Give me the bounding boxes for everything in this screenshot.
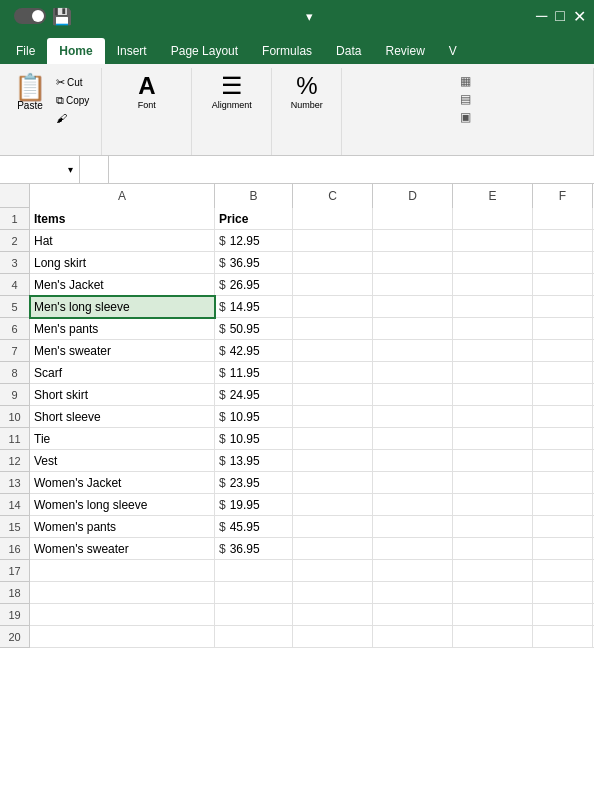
cell-E13[interactable] [453,472,533,494]
cell-F11[interactable] [533,428,593,450]
cell-F12[interactable] [533,450,593,472]
alignment-button[interactable]: ☰ Alignment [208,70,256,112]
row-header-8[interactable]: 8 [0,362,30,384]
cell-A10[interactable]: Short sleeve [30,406,215,428]
tab-view[interactable]: V [437,38,469,64]
cell-B9[interactable]: $24.95 [215,384,293,406]
cell-D7[interactable] [373,340,453,362]
cell-D4[interactable] [373,274,453,296]
row-header-1[interactable]: 1 [0,208,30,230]
cell-C1[interactable] [293,208,373,230]
cell-A13[interactable]: Women's Jacket [30,472,215,494]
cell-E10[interactable] [453,406,533,428]
cell-C3[interactable] [293,252,373,274]
cell-F5[interactable] [533,296,593,318]
cell-A16[interactable]: Women's sweater [30,538,215,560]
col-header-E[interactable]: E [453,184,533,208]
col-header-A[interactable]: A [30,184,215,208]
cell-styles-button[interactable]: ▣ [460,108,475,126]
cell-D1[interactable] [373,208,453,230]
cell-F3[interactable] [533,252,593,274]
save-icon[interactable]: 💾 [52,7,72,26]
cell-C6[interactable] [293,318,373,340]
conditional-formatting-button[interactable]: ▦ [460,72,475,90]
row-header-14[interactable]: 14 [0,494,30,516]
cell-E16[interactable] [453,538,533,560]
row-header-13[interactable]: 13 [0,472,30,494]
cell-B1[interactable]: Price [215,208,293,230]
autosave-toggle[interactable] [14,8,46,24]
cell-B11[interactable]: $10.95 [215,428,293,450]
cell-A6[interactable]: Men's pants [30,318,215,340]
tab-data[interactable]: Data [324,38,373,64]
cell-B15[interactable]: $45.95 [215,516,293,538]
cell-B19[interactable] [215,604,293,626]
cell-A20[interactable] [30,626,215,648]
cell-C7[interactable] [293,340,373,362]
row-header-20[interactable]: 20 [0,626,30,648]
cell-A3[interactable]: Long skirt [30,252,215,274]
cell-C10[interactable] [293,406,373,428]
cell-B8[interactable]: $11.95 [215,362,293,384]
cell-E18[interactable] [453,582,533,604]
col-header-C[interactable]: C [293,184,373,208]
row-header-15[interactable]: 15 [0,516,30,538]
cell-E12[interactable] [453,450,533,472]
cell-F18[interactable] [533,582,593,604]
cell-B20[interactable] [215,626,293,648]
cell-F9[interactable] [533,384,593,406]
col-header-B[interactable]: B [215,184,293,208]
close-icon[interactable]: ✕ [573,7,586,26]
cell-C13[interactable] [293,472,373,494]
cell-D19[interactable] [373,604,453,626]
cell-C17[interactable] [293,560,373,582]
cell-C16[interactable] [293,538,373,560]
cell-F4[interactable] [533,274,593,296]
row-header-18[interactable]: 18 [0,582,30,604]
cell-E14[interactable] [453,494,533,516]
cell-B5[interactable]: $14.95 [215,296,293,318]
cell-E5[interactable] [453,296,533,318]
restore-icon[interactable]: □ [555,7,565,25]
cell-B12[interactable]: $13.95 [215,450,293,472]
cell-B6[interactable]: $50.95 [215,318,293,340]
cell-F20[interactable] [533,626,593,648]
cell-E8[interactable] [453,362,533,384]
cell-D2[interactable] [373,230,453,252]
cell-B7[interactable]: $42.95 [215,340,293,362]
cell-C5[interactable] [293,296,373,318]
cell-C18[interactable] [293,582,373,604]
cell-F13[interactable] [533,472,593,494]
cell-C12[interactable] [293,450,373,472]
cell-A1[interactable]: Items [30,208,215,230]
cell-B3[interactable]: $36.95 [215,252,293,274]
cell-F16[interactable] [533,538,593,560]
cell-C19[interactable] [293,604,373,626]
cell-F15[interactable] [533,516,593,538]
tab-review[interactable]: Review [373,38,436,64]
cell-D20[interactable] [373,626,453,648]
cell-B14[interactable]: $19.95 [215,494,293,516]
cell-E7[interactable] [453,340,533,362]
cell-C8[interactable] [293,362,373,384]
cut-button[interactable]: ✂ Cut [52,74,93,91]
cell-D16[interactable] [373,538,453,560]
cell-C14[interactable] [293,494,373,516]
cell-A12[interactable]: Vest [30,450,215,472]
cell-B4[interactable]: $26.95 [215,274,293,296]
cell-A15[interactable]: Women's pants [30,516,215,538]
cell-D18[interactable] [373,582,453,604]
cell-C2[interactable] [293,230,373,252]
row-header-17[interactable]: 17 [0,560,30,582]
cell-D9[interactable] [373,384,453,406]
font-button[interactable]: A Font [129,70,165,112]
cell-E2[interactable] [453,230,533,252]
col-header-D[interactable]: D [373,184,453,208]
cell-ref-dropdown-icon[interactable]: ▾ [68,164,73,175]
tab-insert[interactable]: Insert [105,38,159,64]
cell-A7[interactable]: Men's sweater [30,340,215,362]
minimize-icon[interactable]: ─ [536,7,547,25]
cell-A17[interactable] [30,560,215,582]
cell-D15[interactable] [373,516,453,538]
cell-F6[interactable] [533,318,593,340]
